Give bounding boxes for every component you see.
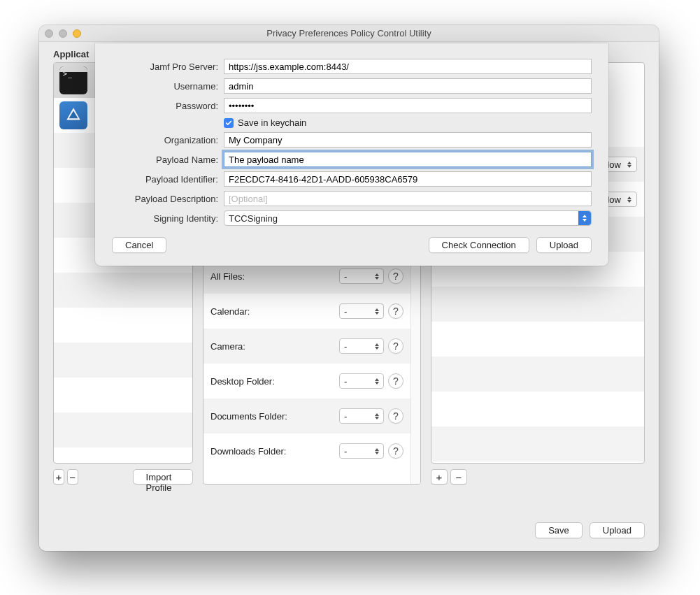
window-close-icon[interactable] (45, 29, 53, 38)
add-event-button[interactable]: + (431, 469, 448, 485)
property-select[interactable]: - (339, 338, 384, 354)
stepper-icon (624, 194, 634, 205)
password-label: Password: (112, 101, 218, 111)
help-icon[interactable]: ? (388, 408, 403, 424)
window-maximize-icon[interactable] (73, 29, 81, 38)
property-select-value: - (344, 446, 347, 457)
property-select-value: - (344, 376, 347, 387)
stepper-icon (624, 159, 634, 170)
property-label: Camera: (210, 341, 245, 352)
property-label: Downloads Folder: (210, 446, 286, 457)
help-icon[interactable]: ? (388, 268, 403, 284)
stepper-icon (372, 410, 382, 422)
property-select[interactable]: - (339, 408, 384, 424)
cancel-button[interactable]: Cancel (112, 237, 166, 253)
property-select[interactable]: - (339, 268, 384, 284)
property-label: Documents Folder: (210, 411, 287, 422)
payload-description-input[interactable] (224, 191, 592, 206)
upload-button[interactable]: Upload (590, 522, 645, 538)
help-icon[interactable]: ? (388, 303, 403, 319)
organization-input[interactable] (224, 132, 592, 148)
window-title: Privacy Preferences Policy Control Utili… (39, 28, 659, 38)
signing-identity-label: Signing Identity: (112, 213, 218, 224)
titlebar: Privacy Preferences Policy Control Utili… (39, 25, 659, 42)
sheet-upload-button[interactable]: Upload (536, 237, 592, 253)
xcode-icon (59, 101, 87, 129)
property-select[interactable]: - (339, 373, 384, 389)
password-input[interactable] (224, 98, 592, 113)
remove-app-button[interactable]: − (67, 469, 78, 485)
check-connection-button[interactable]: Check Connection (429, 237, 529, 253)
help-icon[interactable]: ? (388, 443, 403, 459)
property-label: All Files: (210, 271, 245, 282)
payload-description-label: Payload Description: (112, 194, 218, 204)
jamf-server-input[interactable] (224, 59, 592, 74)
payload-name-input[interactable] (224, 152, 592, 167)
stepper-icon (372, 271, 382, 282)
save-keychain-label: Save in keychain (238, 117, 306, 128)
property-row: Desktop Folder:-? (203, 364, 410, 399)
add-app-button[interactable]: + (53, 469, 64, 485)
property-row: Camera:-? (203, 329, 410, 364)
save-keychain-checkbox[interactable] (224, 118, 234, 128)
property-row: Calendar:-? (203, 294, 410, 329)
signing-identity-select[interactable]: TCCSigning (224, 210, 592, 226)
property-select-value: - (344, 411, 347, 422)
upload-sheet: Jamf Pro Server: Username: Password: Sav… (95, 43, 608, 266)
payload-name-label: Payload Name: (112, 155, 218, 165)
property-select[interactable]: - (339, 443, 384, 459)
import-profile-button[interactable]: Import Profile (133, 469, 193, 485)
terminal-icon (59, 66, 87, 94)
username-input[interactable] (224, 78, 592, 94)
property-row: Downloads Folder:-? (203, 433, 410, 468)
help-icon[interactable]: ? (388, 373, 403, 389)
property-select[interactable]: - (339, 303, 384, 319)
property-row: Documents Folder:-? (203, 399, 410, 433)
property-select-value: - (344, 271, 347, 282)
property-label: Calendar: (210, 306, 250, 317)
property-select-value: - (344, 341, 347, 352)
payload-identifier-input[interactable] (224, 171, 592, 187)
help-icon[interactable]: ? (388, 338, 403, 354)
property-label: Desktop Folder: (210, 376, 275, 387)
stepper-icon (372, 445, 382, 457)
username-label: Username: (112, 81, 218, 92)
stepper-icon (372, 306, 382, 317)
stepper-icon (372, 340, 382, 352)
payload-identifier-label: Payload Identifier: (112, 174, 218, 185)
remove-event-button[interactable]: − (450, 469, 467, 485)
stepper-icon (372, 375, 382, 387)
property-select-value: - (344, 306, 347, 317)
organization-label: Organization: (112, 135, 218, 145)
window-minimize-icon[interactable] (59, 29, 67, 38)
window-traffic-lights (45, 29, 81, 38)
stepper-icon (578, 211, 591, 225)
save-button[interactable]: Save (535, 522, 583, 538)
jamf-server-label: Jamf Pro Server: (112, 62, 218, 72)
signing-identity-value: TCCSigning (229, 213, 278, 224)
